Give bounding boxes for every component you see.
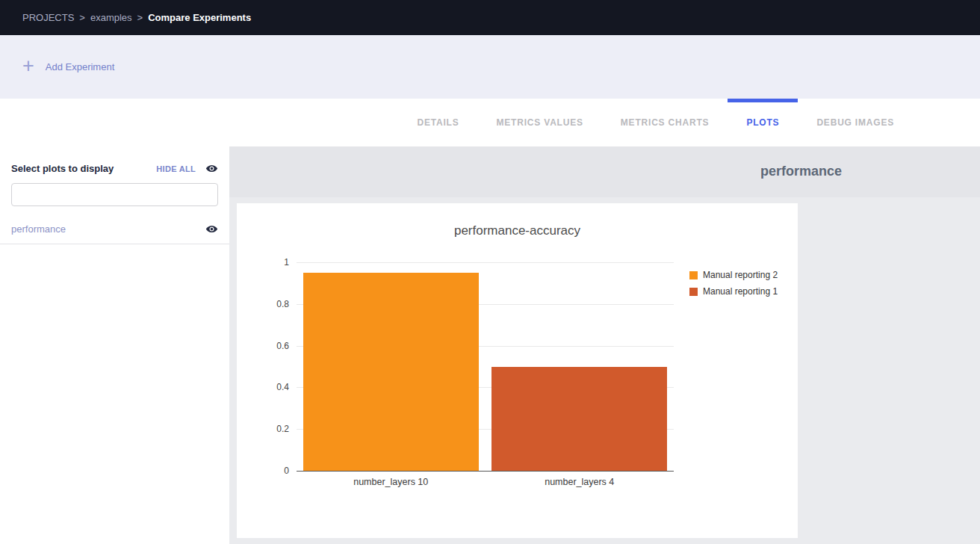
plot-filter-input[interactable]: [11, 183, 218, 206]
tab-plots[interactable]: PLOTS: [728, 99, 798, 146]
x-tick-label: number_layers 10: [297, 477, 486, 487]
legend-label: Manual reporting 1: [703, 286, 778, 297]
eye-icon: [205, 162, 218, 175]
breadcrumb-current-page: Compare Experiments: [148, 12, 251, 23]
x-tick-label: number_layers 4: [486, 477, 674, 487]
body-row: Select plots to display HIDE ALL perform…: [0, 146, 980, 544]
tab-metrics-values[interactable]: METRICS VALUES: [478, 99, 602, 146]
experiments-toolbar: + Add Experiment: [0, 35, 980, 99]
plot-list: performance: [0, 219, 229, 244]
compare-experiments-screen: PROJECTS > examples > Compare Experiment…: [0, 0, 980, 544]
legend-item[interactable]: Manual reporting 2: [689, 270, 778, 280]
top-header: PROJECTS > examples > Compare Experiment…: [0, 0, 980, 35]
chart-card: performance-accuracy 00.20.40.60.81numbe…: [237, 203, 798, 538]
y-tick-label: 0: [259, 465, 289, 477]
y-tick-label: 0.4: [259, 381, 289, 393]
bar-number_layers-10[interactable]: [303, 273, 479, 471]
plus-icon: +: [22, 56, 34, 76]
compare-tabs: DETAILS METRICS VALUES METRICS CHARTS PL…: [0, 99, 980, 146]
y-tick-label: 0.8: [259, 298, 289, 310]
breadcrumb-separator: >: [137, 12, 143, 23]
eye-icon[interactable]: [205, 223, 218, 235]
plot-selector-sidebar: Select plots to display HIDE ALL perform…: [0, 146, 229, 544]
breadcrumb: PROJECTS > examples > Compare Experiment…: [22, 12, 251, 23]
tab-details[interactable]: DETAILS: [398, 99, 477, 146]
legend-swatch: [689, 288, 698, 296]
add-experiment-button[interactable]: + Add Experiment: [22, 58, 114, 76]
tab-debug-images[interactable]: DEBUG IMAGES: [798, 99, 913, 146]
plot-area: 00.20.40.60.81number_layers 10number_lay…: [297, 262, 674, 472]
breadcrumb-projects[interactable]: PROJECTS: [22, 12, 74, 23]
tab-plots-label: PLOTS: [746, 117, 779, 128]
y-tick-label: 0.6: [259, 340, 289, 352]
breadcrumb-separator: >: [79, 12, 85, 23]
legend-label: Manual reporting 2: [703, 270, 778, 280]
chart-title: performance-accuracy: [237, 203, 798, 238]
tab-metrics-charts[interactable]: METRICS CHARTS: [602, 99, 728, 146]
breadcrumb-examples[interactable]: examples: [90, 12, 132, 23]
plot-group-title: performance: [760, 164, 842, 179]
chart-legend: Manual reporting 2Manual reporting 1: [689, 270, 778, 303]
plot-group-header: performance: [229, 146, 980, 197]
plots-content: performance performance-accuracy 00.20.4…: [229, 146, 980, 544]
plot-list-item-performance[interactable]: performance: [0, 219, 229, 244]
sidebar-header: Select plots to display HIDE ALL: [0, 162, 229, 175]
hide-all-button[interactable]: HIDE ALL: [156, 162, 218, 175]
hide-all-label: HIDE ALL: [156, 164, 196, 173]
legend-item[interactable]: Manual reporting 1: [689, 286, 778, 297]
legend-swatch: [689, 271, 698, 279]
add-experiment-label: Add Experiment: [46, 61, 115, 72]
bar-number_layers-4[interactable]: [491, 367, 667, 472]
gridline: [297, 262, 674, 263]
plots-panel-title: Select plots to display: [11, 163, 114, 174]
active-tab-indicator: [728, 99, 798, 102]
y-tick-label: 1: [259, 256, 289, 268]
plot-item-label: performance: [11, 223, 66, 235]
y-tick-label: 0.2: [259, 423, 289, 435]
